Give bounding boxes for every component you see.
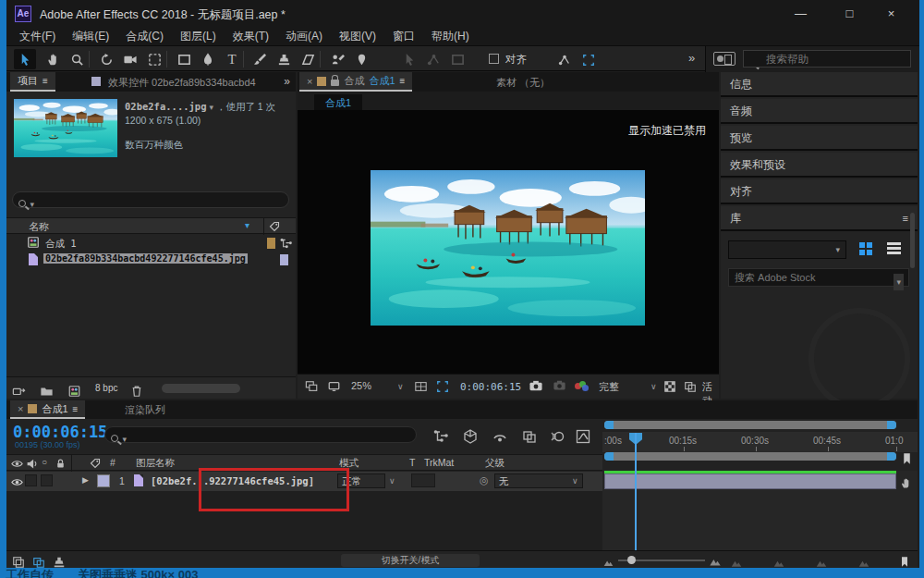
label-column-tag-icon[interactable] (90, 457, 101, 469)
graph-editor-icon[interactable] (576, 427, 594, 444)
new-composition-icon[interactable] (67, 382, 81, 399)
project-row-footage[interactable]: 02be2fa89b334bacbd492277146cfe45.jpg (6, 252, 296, 268)
column-name-label[interactable]: 名称 (29, 220, 49, 234)
caret-select-icon[interactable]: ∨ (650, 382, 657, 391)
tab-footage[interactable]: 素材 （无） (496, 76, 550, 90)
panel-audio[interactable]: 音频 (721, 99, 918, 124)
trkmat-cell[interactable] (411, 473, 435, 487)
time-navigator-bar[interactable] (604, 421, 896, 429)
motion-blur-icon[interactable] (550, 427, 568, 444)
panel-preview[interactable]: 预览 (721, 126, 918, 151)
menu-composition[interactable]: 合成(C) (126, 29, 164, 44)
monitor-icon[interactable] (327, 380, 341, 393)
region-of-interest-icon[interactable] (436, 380, 449, 393)
parent-select[interactable]: 无 (494, 473, 583, 488)
tab-render-queue[interactable]: 渲染队列 (125, 403, 165, 417)
roto-brush-tool-icon[interactable] (326, 49, 348, 69)
menu-view[interactable]: 视图(V) (339, 29, 376, 44)
shy-layers-icon[interactable] (492, 427, 511, 444)
label-swatch[interactable] (280, 254, 288, 265)
layer-audio-cell[interactable] (25, 474, 37, 486)
brush-tool-icon[interactable] (249, 49, 271, 69)
selection-tool-icon[interactable] (14, 49, 36, 69)
pan-behind-tool-icon[interactable] (143, 49, 165, 69)
time-ruler[interactable]: :00s 00:15s 00:30s 00:45s 01:0 (602, 432, 918, 452)
close-tab-icon[interactable]: × (18, 403, 23, 414)
menu-help[interactable]: 帮助(H) (432, 29, 469, 44)
view-layout-icon[interactable] (684, 380, 697, 393)
expand-arrow-icon[interactable]: ▶ (82, 475, 89, 485)
resolution-select[interactable]: 完整 (599, 380, 619, 394)
type-tool-icon[interactable]: T (221, 49, 243, 69)
frame-blending-icon[interactable] (522, 427, 541, 444)
grid-view-icon[interactable] (859, 242, 873, 256)
row-name[interactable]: 合成 1 (45, 238, 77, 251)
caret-select-icon[interactable]: ∨ (397, 382, 404, 391)
timeline-search[interactable]: ▾ (104, 426, 417, 443)
row-name[interactable]: 02be2fa89b334bacbd492277146cfe45.jpg (43, 253, 248, 264)
close-tab-icon[interactable]: × (307, 76, 312, 87)
layer-solo-cell[interactable] (41, 474, 53, 486)
footage-thumbnail[interactable] (14, 99, 117, 157)
menu-layer[interactable]: 图层(L) (180, 29, 216, 44)
video-column-eye-icon[interactable] (11, 457, 23, 470)
audio-column-icon[interactable] (26, 457, 38, 470)
caret-down-icon[interactable]: ▾ (209, 103, 213, 112)
t-column-label[interactable]: T (409, 457, 415, 468)
snapshot-icon[interactable] (529, 379, 543, 393)
menu-file[interactable]: 文件(F) (19, 29, 55, 44)
caret-down-icon[interactable]: ▾ (894, 274, 904, 290)
eraser-tool-icon[interactable] (297, 49, 319, 69)
timeline-timecode[interactable]: 0:00:06:15 (13, 423, 107, 441)
layer-name-column-label[interactable]: 图层名称 (136, 457, 175, 470)
mask-shape-tool-icon[interactable] (173, 49, 195, 69)
hand-tool-icon[interactable] (42, 49, 64, 69)
pan-track-hand-icon[interactable] (900, 474, 912, 491)
channel-icon[interactable] (575, 381, 590, 392)
tab-project[interactable]: 项目 ≡ (10, 72, 55, 92)
panel-menu-icon[interactable]: ≡ (43, 76, 48, 86)
layer-eye-icon[interactable] (11, 475, 23, 488)
menu-window[interactable]: 窗口 (393, 29, 415, 44)
panel-menu-icon[interactable]: ≡ (400, 76, 406, 86)
mask-node-icon[interactable] (553, 49, 576, 69)
layer-duration-bar[interactable] (604, 473, 896, 489)
maximize-button[interactable]: □ (829, 0, 870, 28)
transparency-grid-icon[interactable] (663, 380, 676, 393)
composition-viewer[interactable]: 显示加速已禁用 (298, 110, 719, 374)
minimize-button[interactable]: — (780, 0, 821, 28)
panel-align[interactable]: 对齐 (721, 179, 918, 204)
label-column-tag-icon[interactable] (269, 220, 280, 232)
camera-tool-icon[interactable] (119, 49, 141, 69)
tab-timeline-comp[interactable]: × 合成1 ≡ (10, 400, 85, 419)
always-preview-icon[interactable] (305, 380, 319, 393)
draft-3d-icon[interactable] (463, 427, 481, 444)
pen-tool-icon[interactable] (197, 49, 219, 69)
close-button[interactable]: × (870, 0, 912, 28)
tab-composition[interactable]: × 合成 合成1 ≡ (299, 72, 412, 92)
safe-margins-icon[interactable] (414, 380, 428, 393)
comp-marker-bin-icon[interactable] (901, 449, 913, 466)
panel-effects-presets[interactable]: 效果和预设 (721, 153, 918, 178)
toggle-switches-modes-button[interactable]: 切换开关/模式 (341, 554, 480, 567)
parent-column-label[interactable]: 父级 (485, 457, 505, 470)
caret-select-icon[interactable]: ∨ (389, 476, 395, 486)
roi-bracket-icon[interactable] (578, 49, 600, 69)
menu-animation[interactable]: 动画(A) (286, 29, 322, 44)
playhead-line[interactable] (635, 433, 637, 550)
lock-column-icon[interactable] (55, 457, 67, 470)
magnification-select[interactable]: 25% (351, 380, 371, 391)
caret-select-icon[interactable]: ∨ (572, 476, 578, 486)
library-select[interactable]: ▾ (728, 240, 846, 259)
snap-checkbox[interactable] (489, 54, 499, 64)
comp-timecode[interactable]: 0:00:06:15 (460, 381, 521, 393)
layer-label-swatch[interactable] (97, 474, 110, 487)
new-folder-icon[interactable] (40, 382, 54, 399)
lock-icon[interactable] (331, 80, 339, 86)
vertical-scrollbar[interactable] (910, 213, 915, 268)
pickwhip-icon[interactable]: ◎ (480, 474, 489, 486)
project-search[interactable]: ▾ (12, 191, 289, 208)
solo-column-icon[interactable]: ○ (42, 457, 47, 467)
adobe-stock-search[interactable]: 搜索 Adobe Stock ▾ (728, 268, 909, 287)
horizontal-scrollbar[interactable] (162, 384, 240, 393)
